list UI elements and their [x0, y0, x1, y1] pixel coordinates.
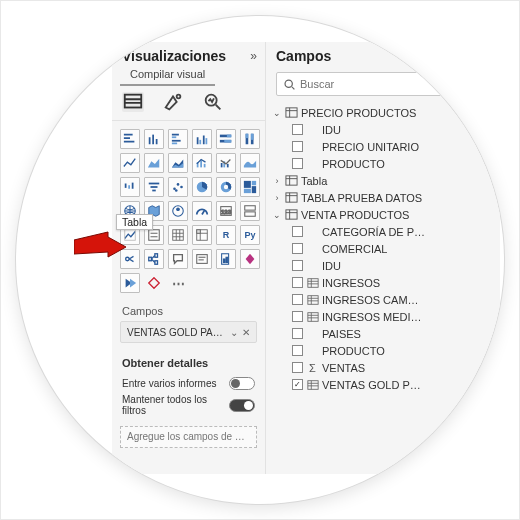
- field-checkbox[interactable]: [292, 226, 303, 237]
- viz-decomposition-tree[interactable]: [144, 249, 164, 269]
- viz-azure-map[interactable]: [168, 201, 188, 221]
- field-checkbox[interactable]: [292, 311, 303, 322]
- viz-more-icon[interactable]: ⋯: [168, 273, 188, 293]
- field-node[interactable]: IDU: [272, 257, 494, 274]
- field-checkbox[interactable]: [292, 141, 303, 152]
- svg-point-43: [175, 189, 178, 192]
- viz-clustered-column[interactable]: [192, 129, 212, 149]
- field-checkbox[interactable]: [292, 277, 303, 288]
- viz-clustered-bar[interactable]: [168, 129, 188, 149]
- viz-stacked-column[interactable]: [144, 129, 164, 149]
- table-label: VENTA PRODUCTOS: [301, 209, 494, 221]
- viz-python-visual[interactable]: Py: [240, 225, 260, 245]
- field-node[interactable]: INGRESOS MEDI…: [272, 308, 494, 325]
- viz-100-stacked-column[interactable]: [240, 129, 260, 149]
- svg-rect-78: [155, 254, 158, 258]
- viz-get-more[interactable]: [144, 273, 164, 293]
- field-checkbox[interactable]: [292, 328, 303, 339]
- field-type-icon: [306, 293, 319, 306]
- viz-waterfall[interactable]: [120, 177, 140, 197]
- field-node[interactable]: INGRESOS: [272, 274, 494, 291]
- viz-gallery: 123 R Py ⋯: [112, 121, 265, 299]
- svg-rect-88: [286, 108, 297, 117]
- field-node[interactable]: INGRESOS CAM…: [272, 291, 494, 308]
- viz-donut[interactable]: [216, 177, 236, 197]
- viz-multi-card[interactable]: [240, 201, 260, 221]
- viz-funnel[interactable]: [144, 177, 164, 197]
- svg-rect-39: [152, 190, 156, 192]
- svg-rect-11: [156, 139, 158, 144]
- field-node[interactable]: VENTAS GOLD P…: [272, 376, 494, 393]
- viz-line-clustered-column[interactable]: [216, 153, 236, 173]
- viz-card[interactable]: 123: [216, 201, 236, 221]
- field-node[interactable]: IDU: [272, 121, 494, 138]
- table-node[interactable]: ›TABLA PRUEBA DATOS: [272, 189, 494, 206]
- table-node[interactable]: ⌄VENTA PRODUCTOS: [272, 206, 494, 223]
- format-visual-icon[interactable]: [162, 92, 184, 112]
- collapse-icon[interactable]: »: [250, 49, 255, 63]
- viz-line-stacked-column[interactable]: [192, 153, 212, 173]
- svg-line-87: [292, 86, 294, 88]
- build-visual-icon[interactable]: [122, 92, 144, 112]
- viz-pie[interactable]: [192, 177, 212, 197]
- field-checkbox[interactable]: [292, 243, 303, 254]
- viz-power-apps[interactable]: [240, 249, 260, 269]
- svg-rect-6: [124, 134, 133, 136]
- field-label: COMERCIAL: [322, 243, 494, 255]
- expand-caret-icon[interactable]: ›: [272, 176, 282, 186]
- viz-line[interactable]: [120, 153, 140, 173]
- viz-matrix[interactable]: [192, 225, 212, 245]
- expand-caret-icon[interactable]: ⌄: [272, 210, 282, 220]
- drill-fields-well[interactable]: Agregue los campos de ob…: [120, 426, 257, 448]
- field-node[interactable]: ΣVENTAS: [272, 359, 494, 376]
- viz-qa[interactable]: [168, 249, 188, 269]
- viz-power-automate[interactable]: [120, 273, 140, 293]
- field-checkbox[interactable]: [292, 379, 303, 390]
- viz-table[interactable]: [168, 225, 188, 245]
- svg-rect-48: [252, 181, 256, 185]
- field-checkbox[interactable]: [292, 158, 303, 169]
- field-checkbox[interactable]: [292, 294, 303, 305]
- viz-ribbon[interactable]: [240, 153, 260, 173]
- remove-field-icon[interactable]: ✕: [240, 327, 252, 338]
- svg-rect-33: [227, 164, 229, 168]
- field-checkbox[interactable]: [292, 345, 303, 356]
- viz-100-stacked-bar[interactable]: [216, 129, 236, 149]
- viz-area[interactable]: [144, 153, 164, 173]
- field-checkbox[interactable]: [292, 260, 303, 271]
- field-label: INGRESOS: [322, 277, 494, 289]
- svg-rect-80: [197, 255, 208, 264]
- viz-stacked-area[interactable]: [168, 153, 188, 173]
- field-checkbox[interactable]: [292, 362, 303, 373]
- expand-caret-icon[interactable]: ›: [272, 193, 282, 203]
- field-well-values[interactable]: VENTAS GOLD PAULA ⌄ ✕: [120, 321, 257, 343]
- svg-text:123: 123: [221, 208, 232, 215]
- field-node[interactable]: COMERCIAL: [272, 240, 494, 257]
- viz-treemap[interactable]: [240, 177, 260, 197]
- expand-caret-icon[interactable]: ⌄: [272, 108, 282, 118]
- cross-report-toggle[interactable]: [229, 377, 255, 390]
- viz-paginated-report[interactable]: [216, 249, 236, 269]
- viz-r-visual[interactable]: R: [216, 225, 236, 245]
- field-checkbox[interactable]: [292, 124, 303, 135]
- field-node[interactable]: CATEGORÍA DE P…: [272, 223, 494, 240]
- analytics-icon[interactable]: [202, 92, 224, 112]
- chevron-down-icon[interactable]: ⌄: [228, 327, 240, 338]
- svg-rect-63: [173, 230, 184, 241]
- viz-smart-narrative[interactable]: [192, 249, 212, 269]
- svg-rect-97: [286, 210, 297, 219]
- svg-line-74: [129, 259, 133, 262]
- field-type-icon: [306, 259, 319, 272]
- field-node[interactable]: PRODUCTO: [272, 342, 494, 359]
- keep-filters-toggle[interactable]: [229, 399, 255, 412]
- field-node[interactable]: PRECIO UNITARIO: [272, 138, 494, 155]
- viz-scatter[interactable]: [168, 177, 188, 197]
- viz-gauge[interactable]: [192, 201, 212, 221]
- svg-rect-34: [125, 184, 127, 188]
- field-node[interactable]: PRODUCTO: [272, 155, 494, 172]
- svg-rect-16: [197, 137, 199, 144]
- viz-stacked-bar[interactable]: [120, 129, 140, 149]
- viz-tab-build[interactable]: Compilar visual: [120, 66, 215, 86]
- table-node[interactable]: ›Tabla: [272, 172, 494, 189]
- field-node[interactable]: PAISES: [272, 325, 494, 342]
